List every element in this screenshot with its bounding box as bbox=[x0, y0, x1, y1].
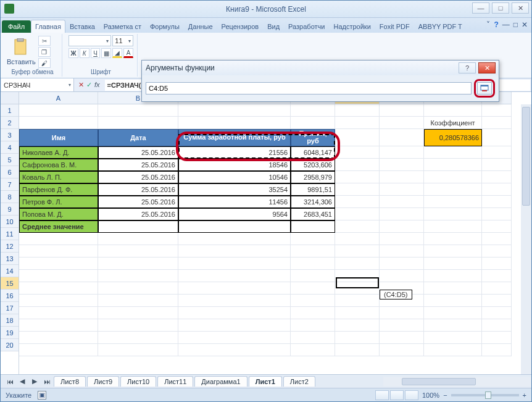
maximize-button[interactable]: □ bbox=[492, 2, 509, 14]
cell-A5[interactable]: Сафронова В. М. bbox=[19, 159, 98, 171]
rowhdr-12[interactable]: 12 bbox=[1, 240, 19, 253]
cell-B5[interactable]: 25.05.2016 bbox=[98, 159, 178, 171]
tab-review[interactable]: Рецензиров bbox=[217, 20, 264, 33]
tab-layout[interactable]: Разметка ст bbox=[99, 20, 146, 33]
font-name-select[interactable]: ▾ bbox=[69, 35, 111, 46]
sheet-tab-active[interactable]: Лист1 bbox=[249, 376, 282, 387]
tab-developer[interactable]: Разработчи bbox=[284, 20, 329, 33]
cell-G3-coef[interactable]: 0,280578366 bbox=[424, 129, 482, 146]
tab-abbyy[interactable]: ABBYY PDF T bbox=[414, 20, 467, 33]
cell-A7[interactable]: Парфенов Д. Ф. bbox=[19, 183, 98, 196]
tab-formulas[interactable]: Формулы bbox=[146, 20, 184, 33]
cell-B7[interactable]: 25.05.2016 bbox=[98, 183, 178, 196]
cell-C4[interactable]: 21556 bbox=[178, 146, 291, 159]
vertical-scrollbar[interactable] bbox=[521, 104, 531, 374]
font-color-icon[interactable]: A bbox=[123, 48, 133, 58]
sheet-tab[interactable]: Лист11 bbox=[157, 376, 193, 387]
zoom-out-button[interactable]: − bbox=[443, 392, 447, 399]
rowhdr-2[interactable]: 2 bbox=[1, 117, 19, 129]
rowhdr-13[interactable]: 13 bbox=[1, 253, 19, 265]
rowhdr-8[interactable]: 8 bbox=[1, 191, 19, 203]
cell-A9[interactable]: Попова М. Д. bbox=[19, 208, 98, 220]
colhdr-A[interactable]: A bbox=[19, 92, 98, 104]
cell-D5[interactable]: 5203,606 bbox=[291, 159, 335, 171]
cell-B6[interactable]: 25.05.2016 bbox=[98, 171, 178, 183]
dialog-titlebar[interactable]: Аргументы функции ? ✕ bbox=[142, 61, 499, 75]
sheet-tab[interactable]: Лист2 bbox=[283, 376, 315, 387]
cell-A4[interactable]: Николаев А. Д. bbox=[19, 146, 98, 159]
rowhdr-3[interactable]: 3 bbox=[1, 129, 19, 141]
tab-view[interactable]: Вид bbox=[263, 20, 284, 33]
bold-icon[interactable]: Ж bbox=[69, 48, 78, 58]
cut-icon[interactable]: ✂ bbox=[38, 36, 51, 46]
tab-data[interactable]: Данные bbox=[184, 20, 217, 33]
macro-record-icon[interactable]: ▣ bbox=[38, 391, 46, 400]
dialog-range-input[interactable] bbox=[146, 82, 472, 94]
cell-B8[interactable]: 25.05.2016 bbox=[98, 196, 178, 208]
doc-minimize-icon[interactable]: — bbox=[502, 20, 510, 29]
cancel-formula-icon[interactable]: ✕ bbox=[78, 81, 84, 89]
dialog-help-button[interactable]: ? bbox=[459, 62, 476, 73]
tab-home[interactable]: Главная bbox=[31, 20, 65, 33]
zoom-in-button[interactable]: + bbox=[523, 392, 526, 399]
cell-A8[interactable]: Петров Ф. Л. bbox=[19, 196, 98, 208]
close-button[interactable]: ✕ bbox=[512, 2, 529, 14]
font-size-select[interactable]: 11▾ bbox=[112, 35, 133, 46]
ribbon-minimize-icon[interactable]: ˅ bbox=[486, 20, 490, 29]
cell-D4[interactable]: 6048,147 bbox=[291, 146, 335, 159]
doc-restore-icon[interactable]: □ bbox=[513, 20, 518, 29]
select-all-corner[interactable] bbox=[1, 92, 19, 104]
tab-file[interactable]: Файл bbox=[2, 20, 31, 33]
rowhdr-5[interactable]: 5 bbox=[1, 154, 19, 166]
tabnav-prev-icon[interactable]: ◀ bbox=[17, 377, 28, 387]
grid[interactable]: A B C D E F G H Коэффициент Имя Дата Сум… bbox=[19, 92, 531, 374]
help-icon[interactable]: ? bbox=[494, 20, 498, 29]
sheet-tab[interactable]: Лист9 bbox=[87, 376, 119, 387]
italic-icon[interactable]: К bbox=[80, 48, 89, 58]
sheet-tab[interactable]: Лист8 bbox=[54, 376, 86, 387]
hdr-salary[interactable]: Сумма заработной платы, руб bbox=[178, 129, 291, 146]
cell-C5[interactable]: 18546 bbox=[178, 159, 291, 171]
horizontal-scrollbar[interactable] bbox=[383, 377, 531, 387]
cell-D8[interactable]: 3214,306 bbox=[291, 196, 335, 208]
cell-A10-avg[interactable]: Среднее значение bbox=[19, 220, 98, 233]
enter-formula-icon[interactable]: ✓ bbox=[86, 81, 92, 89]
sheet-tab[interactable]: Лист10 bbox=[120, 376, 156, 387]
copy-icon[interactable]: ❐ bbox=[38, 47, 51, 57]
cell-C7[interactable]: 35254 bbox=[178, 183, 291, 196]
rowhdr-19[interactable]: 19 bbox=[1, 327, 19, 339]
hdr-name[interactable]: Имя bbox=[19, 129, 98, 146]
rowhdr-11[interactable]: 11 bbox=[1, 228, 19, 240]
cell-C9[interactable]: 9564 bbox=[178, 208, 291, 220]
rowhdr-9[interactable]: 9 bbox=[1, 203, 19, 216]
rowhdr-7[interactable]: 7 bbox=[1, 178, 19, 191]
rowhdr-10[interactable]: 10 bbox=[1, 216, 19, 228]
minimize-button[interactable]: — bbox=[472, 2, 489, 14]
view-pagebreak-button[interactable] bbox=[405, 390, 418, 400]
fx-icon[interactable]: fх bbox=[94, 81, 100, 89]
rowhdr-1[interactable]: 1 bbox=[1, 104, 19, 117]
hdr-date[interactable]: Дата bbox=[98, 129, 178, 146]
tab-addins[interactable]: Надстройки bbox=[329, 20, 375, 33]
format-painter-icon[interactable]: 🖌 bbox=[38, 58, 51, 68]
rowhdr-14[interactable]: 14 bbox=[1, 265, 19, 277]
rowhdr-20[interactable]: 20 bbox=[1, 339, 19, 351]
rowhdr-6[interactable]: 6 bbox=[1, 166, 19, 178]
rowhdr-16[interactable]: 16 bbox=[1, 290, 19, 302]
tabnav-last-icon[interactable]: ⏭ bbox=[41, 377, 52, 387]
collapse-dialog-button[interactable] bbox=[477, 82, 492, 94]
tab-foxit[interactable]: Foxit PDF bbox=[375, 20, 414, 33]
view-normal-button[interactable] bbox=[375, 390, 389, 400]
zoom-slider[interactable] bbox=[451, 394, 519, 396]
hdr-bonus[interactable]: Премия, руб bbox=[291, 129, 335, 146]
cell-G2-coef-label[interactable]: Коэффициент bbox=[424, 117, 482, 129]
tabnav-first-icon[interactable]: ⏮ bbox=[4, 377, 15, 387]
border-icon[interactable]: ▦ bbox=[101, 48, 111, 58]
cell-B4[interactable]: 25.05.2016 bbox=[98, 146, 178, 159]
cell-D9[interactable]: 2683,451 bbox=[291, 208, 335, 220]
paste-button[interactable]: Вставить bbox=[7, 38, 36, 65]
dialog-close-button[interactable]: ✕ bbox=[478, 62, 496, 73]
cell-B9[interactable]: 25.05.2016 bbox=[98, 208, 178, 220]
rowhdr-17[interactable]: 17 bbox=[1, 302, 19, 314]
fill-color-icon[interactable]: ◢ bbox=[112, 48, 122, 58]
